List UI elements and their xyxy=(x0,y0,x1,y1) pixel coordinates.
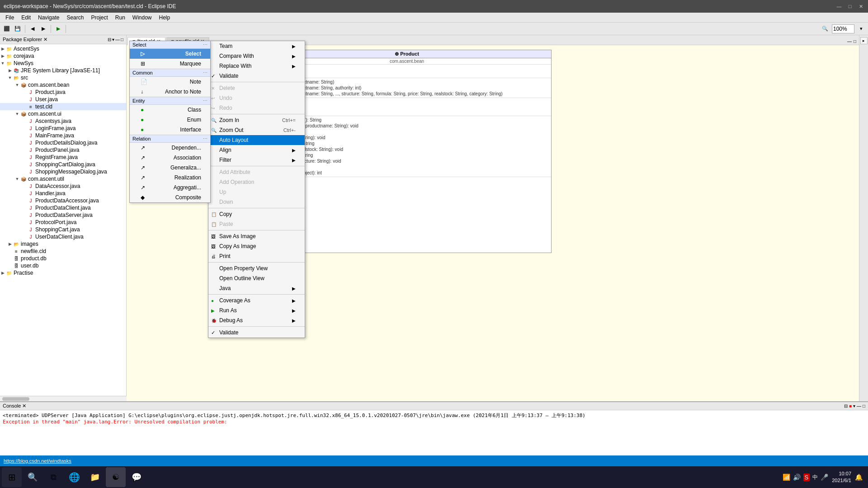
ctx-print[interactable]: 🖨 Print xyxy=(208,251,305,261)
tree-ascentsys-java[interactable]: ▶ JAscentsys.java xyxy=(0,117,126,125)
ctx-validate-2[interactable]: ✓ Validate xyxy=(208,328,305,338)
taskbar-taskview[interactable]: ⧉ xyxy=(43,467,63,487)
pe-min-btn[interactable]: — xyxy=(115,37,120,42)
toolbar-back[interactable]: ◀ xyxy=(28,24,38,34)
tree-productpanel-java[interactable]: ▶ JProductPanel.java xyxy=(0,146,126,154)
status-link[interactable]: https://blog.csdn.net/windtasks xyxy=(4,458,71,464)
tree-newfile-cld[interactable]: ▶ ≡newfile.cld xyxy=(0,248,126,255)
tree-dataaccessor[interactable]: ▶JDataAccessor.java xyxy=(0,183,126,190)
tab-area-min[interactable]: — xyxy=(846,38,853,45)
relation-generalization-item[interactable]: ↗Generaliza... xyxy=(130,163,210,173)
zoom-dropdown[interactable]: ▾ xyxy=(856,24,866,34)
tree-handler[interactable]: ▶JHandler.java xyxy=(0,190,126,197)
tab-area-max[interactable]: □ xyxy=(853,38,857,45)
tree-shoppingcart[interactable]: ▶JShoppingCart.java xyxy=(0,226,126,233)
tree-protocolport[interactable]: ▶JProtocolPort.java xyxy=(0,219,126,226)
tree-shoppingcart-dialog[interactable]: ▶ JShoppingCartDialog.java xyxy=(0,161,126,168)
tree-loginframe-java[interactable]: ▶ JLoginFrame.java xyxy=(0,125,126,132)
relation-realization-item[interactable]: ↗Realization xyxy=(130,173,210,183)
tree-ascentsys[interactable]: ▶ 📁 AscentSys xyxy=(0,45,126,52)
relation-aggregation-item[interactable]: ↗Aggregati... xyxy=(130,183,210,192)
tree-mainframe-java[interactable]: ▶ JMainFrame.java xyxy=(0,132,126,139)
tree-newsys[interactable]: ▼ 📁 NewSys xyxy=(0,60,126,67)
menu-project[interactable]: Project xyxy=(87,14,111,22)
tray-network[interactable]: 📶 xyxy=(783,474,790,481)
toolbar-forward[interactable]: ▶ xyxy=(38,24,48,34)
ctx-debug-as[interactable]: 🐞 Debug As ▶ xyxy=(208,315,305,325)
relation-association-item[interactable]: ↗Association xyxy=(130,153,210,163)
tree-shoppingmsg-dialog[interactable]: ▶ JShoppingMessageDialog.java xyxy=(0,168,126,175)
entity-enum-item[interactable]: ●Enum xyxy=(130,115,210,125)
taskbar-wechat[interactable]: 💬 xyxy=(127,467,146,487)
tray-mic[interactable]: 🎤 xyxy=(821,474,828,481)
rs-btn-1[interactable]: ▸ xyxy=(860,37,868,44)
menu-navigate[interactable]: Navigate xyxy=(34,14,63,22)
tree-productdataaccessor[interactable]: ▶JProductDataAccessor.java xyxy=(0,197,126,204)
console-min-btn[interactable]: — xyxy=(857,404,861,408)
tray-keyboard[interactable]: S xyxy=(803,474,810,481)
ctx-open-outline-view[interactable]: Open Outline View xyxy=(208,273,305,283)
taskbar-edge[interactable]: 🌐 xyxy=(64,467,84,487)
ctx-save-as-image[interactable]: 🖼 Save As Image xyxy=(208,231,305,241)
ctx-java[interactable]: Java ▶ xyxy=(208,283,305,293)
pe-max-btn[interactable]: □ xyxy=(121,37,123,42)
tree-test-cld[interactable]: ▶ ≡ test.cld xyxy=(0,103,126,110)
common-anchor-item[interactable]: ↓Anchor to Note xyxy=(130,87,210,97)
ctx-validate-1[interactable]: ✓ Validate xyxy=(208,71,305,81)
tree-user-java[interactable]: ▶ J User.java xyxy=(0,96,126,103)
toolbar-search[interactable]: 🔍 xyxy=(820,24,830,34)
toolbar-run[interactable]: ▶ xyxy=(53,24,63,34)
menu-window[interactable]: Window xyxy=(129,14,156,22)
ctx-auto-layout[interactable]: Auto Layout xyxy=(208,135,305,145)
menu-run[interactable]: Run xyxy=(112,14,129,22)
tree-user-db[interactable]: ▶ 🗄user.db xyxy=(0,262,126,269)
ctx-zoom-out[interactable]: 🔍 Zoom Out Ctrl+- xyxy=(208,125,305,135)
ctx-team[interactable]: Team ▶ xyxy=(208,41,305,51)
taskbar-explorer[interactable]: 📁 xyxy=(85,467,105,487)
tree-com-ascent-util[interactable]: ▼ 📦 com.ascent.util xyxy=(0,175,126,183)
ctx-compare-with[interactable]: Compare With ▶ xyxy=(208,51,305,61)
ctx-run-as[interactable]: ▶ Run As ▶ xyxy=(208,305,305,315)
close-button[interactable]: ✕ xyxy=(857,3,864,10)
tree-com-ascent-ui[interactable]: ▼ 📦 com.ascent.ui xyxy=(0,110,126,117)
tree-productdataserver[interactable]: ▶JProductDataServer.java xyxy=(0,211,126,219)
menu-search[interactable]: Search xyxy=(63,14,87,22)
menu-help[interactable]: Help xyxy=(156,14,174,22)
menu-file[interactable]: File xyxy=(2,14,18,22)
console-clear-btn[interactable]: ⊟ xyxy=(844,404,848,408)
menu-edit[interactable]: Edit xyxy=(18,14,34,22)
taskbar-eclipse[interactable]: ☯ xyxy=(106,467,126,487)
tree-registframe-java[interactable]: ▶ JRegistFrame.java xyxy=(0,154,126,161)
ctx-zoom-in[interactable]: 🔍 Zoom In Ctrl+= xyxy=(208,115,305,125)
relation-composite-item[interactable]: ◆Composite xyxy=(130,192,210,202)
tree-product-java[interactable]: ▶ J Product.java xyxy=(0,89,126,96)
tree-com-ascent-bean[interactable]: ▼ 📦 com.ascent.bean xyxy=(0,81,126,89)
tree-productdataclient[interactable]: ▶JProductDataClient.java xyxy=(0,204,126,211)
toolbar-save[interactable]: 💾 xyxy=(13,24,23,34)
entity-class-item[interactable]: ●Class xyxy=(130,105,210,115)
console-menu-btn[interactable]: ▾ xyxy=(853,404,855,408)
ctx-filter[interactable]: Filter ▶ xyxy=(208,155,305,165)
tree-practise[interactable]: ▶ 📁 Practise xyxy=(0,269,126,277)
toolbar-new[interactable]: ⬛ xyxy=(2,24,12,34)
tree-userdataclient[interactable]: ▶JUserDataClient.java xyxy=(0,233,126,240)
ctx-coverage-as[interactable]: ● Coverage As ▶ xyxy=(208,296,305,305)
taskbar-start[interactable]: ⊞ xyxy=(2,467,22,487)
tray-sound[interactable]: 🔊 xyxy=(793,474,801,481)
console-max-btn[interactable]: □ xyxy=(863,404,865,408)
tray-lang[interactable]: 中 xyxy=(812,474,818,481)
taskbar-search[interactable]: 🔍 xyxy=(23,467,42,487)
tree-jre[interactable]: ▶ 📚 JRE System Library [JavaSE-11] xyxy=(0,67,126,74)
maximize-button[interactable]: □ xyxy=(846,3,854,10)
ctx-open-property-view[interactable]: Open Property View xyxy=(208,263,305,273)
pe-collapse-btn[interactable]: ⊟ xyxy=(108,37,111,42)
clock[interactable]: 10:07 2021/6/1 xyxy=(832,470,851,484)
ctx-replace-with[interactable]: Replace With ▶ xyxy=(208,61,305,71)
common-note-item[interactable]: 📄Note xyxy=(130,77,210,87)
tree-corejava[interactable]: ▶ 📁 corejava xyxy=(0,52,126,60)
select-select-item[interactable]: ▷Select xyxy=(130,49,210,59)
relation-dependency-item[interactable]: ↗Dependen... xyxy=(130,143,210,153)
ctx-align[interactable]: Align ▶ xyxy=(208,145,305,155)
tree-product-db[interactable]: ▶ 🗄product.db xyxy=(0,255,126,262)
console-stop-btn[interactable]: ■ xyxy=(849,404,852,408)
